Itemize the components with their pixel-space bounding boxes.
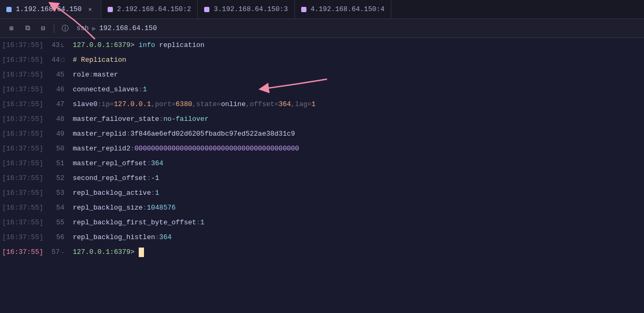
terminal-cursor bbox=[139, 248, 144, 257]
line-content: 127.0.0.1:6379> info replication bbox=[69, 38, 205, 53]
terminal-line: [16:37:55]56repl_backlog_histlen:364 bbox=[0, 230, 644, 245]
line-content: connected_slaves:1 bbox=[69, 82, 147, 97]
new-tab-button[interactable]: ⊞ bbox=[5, 22, 18, 35]
terminal-text-segment: 6380 bbox=[176, 100, 192, 108]
terminal-text-segment: 127.0.0.1:6379 bbox=[73, 41, 130, 49]
line-timestamp: [16:37:55] bbox=[0, 171, 47, 186]
line-number: 46 bbox=[47, 82, 69, 97]
tab-label-4: 4.192.168.64.150:4 bbox=[311, 5, 385, 13]
tab-label-2: 2.192.168.64.150:2 bbox=[117, 5, 191, 13]
terminal-text-segment: online bbox=[221, 100, 246, 108]
terminal-text-segment: repl_backlog_size bbox=[73, 204, 143, 212]
line-content: repl_backlog_histlen:364 bbox=[69, 230, 171, 245]
line-number: 56 bbox=[47, 230, 69, 245]
terminal-text-segment: info bbox=[139, 41, 155, 49]
terminal-text-segment: role bbox=[73, 71, 89, 79]
line-number: 48 bbox=[47, 112, 69, 127]
terminal-text-segment: 1048576 bbox=[147, 204, 176, 212]
line-number: 45 bbox=[47, 68, 69, 82]
terminal-text-segment: : bbox=[139, 86, 143, 93]
terminal-text-segment: second_repl_offset bbox=[73, 174, 147, 182]
line-timestamp: [16:37:55] bbox=[0, 245, 47, 260]
app-window: 1.192.168.64.150 ✕ 2.192.168.64.150:2 3.… bbox=[0, 0, 644, 313]
split-v-button[interactable]: ⧉ bbox=[21, 22, 34, 35]
tab-bar: 1.192.168.64.150 ✕ 2.192.168.64.150:2 3.… bbox=[0, 0, 644, 19]
tab-1[interactable]: 1.192.168.64.150 ✕ bbox=[0, 0, 101, 18]
line-number: 51 bbox=[47, 156, 69, 171]
line-timestamp: [16:37:55] bbox=[0, 38, 47, 53]
terminal-text-segment: repl_backlog_active bbox=[73, 189, 151, 197]
terminal-line: [16:37:55]54repl_backlog_size:1048576 bbox=[0, 201, 644, 215]
line-timestamp: [16:37:55] bbox=[0, 230, 47, 245]
line-content: master_failover_state:no-failover bbox=[69, 112, 208, 127]
line-content: 127.0.0.1:6379> bbox=[69, 245, 144, 260]
terminal-line: [16:37:55]46connected_slaves:1 bbox=[0, 82, 644, 97]
terminal-text-segment: : bbox=[151, 189, 155, 197]
tab-close-1[interactable]: ✕ bbox=[86, 5, 94, 14]
terminal-text-segment: :ip= bbox=[98, 100, 114, 108]
terminal-text-segment: no-failover bbox=[164, 115, 209, 123]
toolbar-divider bbox=[54, 24, 54, 33]
breadcrumb: ssh ▶ 192.168.64.150 bbox=[76, 24, 157, 33]
line-timestamp: [16:37:55] bbox=[0, 68, 47, 82]
line-content: master_replid2:0000000000000000000000000… bbox=[69, 141, 299, 156]
line-number: 55 bbox=[47, 215, 69, 230]
terminal-text-segment: 364 bbox=[159, 233, 171, 241]
terminal-text-segment: 0000000000000000000000000000000000000000 bbox=[134, 145, 299, 153]
breadcrumb-host: 192.168.64.150 bbox=[99, 24, 157, 32]
terminal-text-segment: : bbox=[130, 145, 134, 153]
terminal-text-segment: 364 bbox=[278, 100, 291, 108]
line-number: 53 bbox=[47, 186, 69, 201]
line-content: repl_backlog_first_byte_offset:1 bbox=[69, 215, 205, 230]
terminal-text-segment: master_replid bbox=[73, 130, 126, 138]
terminal-text-segment: : bbox=[159, 115, 164, 123]
terminal-text-segment: ,port= bbox=[151, 100, 176, 108]
terminal-text-segment: # Replication bbox=[73, 56, 126, 64]
line-timestamp: [16:37:55] bbox=[0, 186, 47, 201]
line-number: 54 bbox=[47, 201, 69, 215]
line-timestamp: [16:37:55] bbox=[0, 97, 47, 112]
terminal-line: [16:37:55]45role:master bbox=[0, 68, 644, 82]
split-h-button[interactable]: ⊟ bbox=[37, 22, 50, 35]
terminal-text-segment: 127.0.0.1 bbox=[114, 100, 151, 108]
breadcrumb-ssh: ssh bbox=[76, 24, 89, 32]
terminal-text-segment: replication bbox=[155, 41, 205, 49]
terminal-text-segment: 127.0.0.1:6379 bbox=[73, 248, 130, 256]
terminal-text-segment: master bbox=[93, 71, 118, 79]
line-number: 44□ bbox=[47, 53, 69, 68]
tab-3[interactable]: 3.192.168.64.150:3 bbox=[198, 0, 294, 18]
tab-label-3: 3.192.168.64.150:3 bbox=[214, 5, 287, 13]
info-button[interactable]: ⓘ bbox=[59, 22, 71, 35]
terminal-text-segment: > bbox=[130, 248, 139, 256]
toolbar: ⊞ ⧉ ⊟ ⓘ ssh ▶ 192.168.64.150 bbox=[0, 19, 644, 38]
terminal-text-segment: repl_backlog_histlen bbox=[73, 233, 155, 241]
tab-2[interactable]: 2.192.168.64.150:2 bbox=[101, 0, 198, 18]
line-content: second_repl_offset:-1 bbox=[69, 171, 159, 186]
terminal-line: [16:37:55]53repl_backlog_active:1 bbox=[0, 186, 644, 201]
line-timestamp: [16:37:55] bbox=[0, 156, 47, 171]
line-content: # Replication bbox=[69, 53, 126, 68]
line-content: repl_backlog_size:1048576 bbox=[69, 201, 176, 215]
terminal-text-segment: : bbox=[89, 71, 93, 79]
tab-dot-2 bbox=[108, 7, 113, 12]
terminal-line: [16:37:55]50master_replid2:0000000000000… bbox=[0, 141, 644, 156]
line-timestamp: [16:37:55] bbox=[0, 215, 47, 230]
terminal-text-segment: slave0 bbox=[73, 100, 98, 108]
line-content: role:master bbox=[69, 68, 118, 82]
line-number: 43L bbox=[47, 38, 69, 53]
terminal-text-segment: : bbox=[196, 219, 200, 226]
line-number: 57- bbox=[47, 245, 69, 260]
terminal-text-segment: 364 bbox=[151, 159, 163, 167]
tab-4[interactable]: 4.192.168.64.150:4 bbox=[295, 0, 391, 18]
terminal-text-segment: 1 bbox=[200, 219, 205, 226]
terminal-text-segment: : bbox=[155, 233, 159, 241]
line-timestamp: [16:37:55] bbox=[0, 112, 47, 127]
terminal-text-segment: 1 bbox=[155, 189, 159, 197]
terminal-line: [16:37:55]44□# Replication bbox=[0, 53, 644, 68]
line-number: 50 bbox=[47, 141, 69, 156]
terminal[interactable]: [16:37:55]43L127.0.0.1:6379> info replic… bbox=[0, 38, 644, 313]
tab-dot-3 bbox=[204, 7, 209, 12]
terminal-text-segment: ,state= bbox=[192, 100, 221, 108]
tab-label-1: 1.192.168.64.150 bbox=[16, 5, 82, 13]
line-content: slave0:ip=127.0.0.1,port=6380,state=onli… bbox=[69, 97, 315, 112]
